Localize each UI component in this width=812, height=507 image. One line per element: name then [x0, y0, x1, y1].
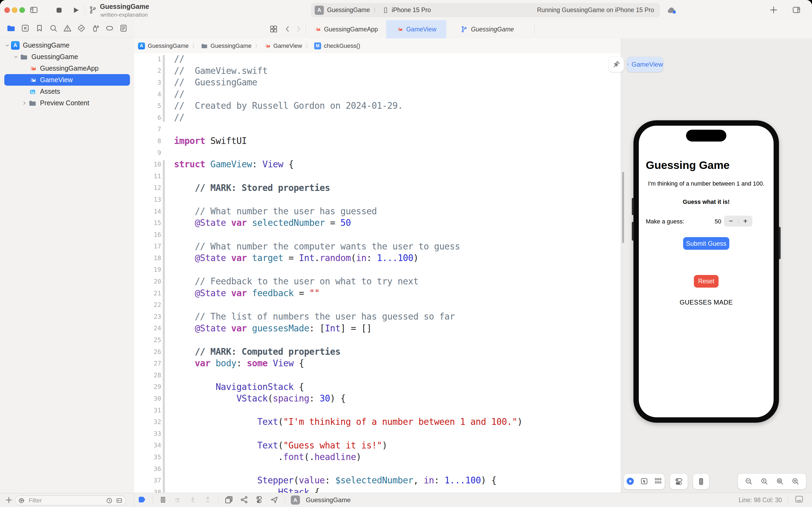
- line-number[interactable]: 38: [134, 489, 161, 493]
- code-line[interactable]: 31: [134, 404, 621, 416]
- scheme-name[interactable]: GuessingGame: [327, 6, 370, 14]
- code-editor[interactable]: 1//2// GameView.swift3// GuessingGame4//…: [134, 53, 621, 493]
- code-line[interactable]: 2// GameView.swift: [134, 65, 621, 77]
- code-line[interactable]: 4//: [134, 88, 621, 100]
- code-line[interactable]: 25: [134, 334, 621, 346]
- line-number[interactable]: 14: [134, 208, 161, 215]
- run-destination[interactable]: iPhone 15 Pro: [392, 6, 431, 14]
- zoom-100-button[interactable]: [760, 477, 768, 486]
- line-number[interactable]: 30: [134, 395, 161, 402]
- tree-item-assets[interactable]: Assets: [0, 86, 134, 97]
- code-line[interactable]: 13: [134, 193, 621, 206]
- code-line[interactable]: 33: [134, 428, 621, 440]
- stepper-decrement-button[interactable]: −: [724, 217, 738, 225]
- line-number[interactable]: 27: [134, 360, 161, 367]
- code-line[interactable]: 36: [134, 463, 621, 475]
- line-number[interactable]: 10: [134, 161, 161, 168]
- live-preview-button[interactable]: [626, 477, 635, 486]
- submit-guess-button[interactable]: Submit Guess: [683, 237, 729, 250]
- tree-item-project-root[interactable]: A GuessingGame: [0, 40, 134, 51]
- step-over-button[interactable]: [173, 496, 182, 505]
- breadcrumb-file[interactable]: GameView: [273, 43, 302, 49]
- code-line[interactable]: 20 // Feedback to the user on what to tr…: [134, 276, 621, 287]
- line-number[interactable]: 32: [134, 418, 161, 426]
- tab-project-navigator[interactable]: [6, 23, 16, 34]
- code-line[interactable]: 37 Stepper(value: $selectedNumber, in: 1…: [134, 474, 621, 486]
- code-line[interactable]: 5// Created by Russell Gordon on 2024-01…: [134, 100, 621, 112]
- tab-issue-navigator[interactable]: [63, 23, 72, 34]
- code-line[interactable]: 16: [134, 229, 621, 241]
- memory-graph-button[interactable]: [239, 495, 249, 505]
- zoom-fit-button[interactable]: [775, 477, 784, 486]
- environment-overrides-button[interactable]: [254, 495, 264, 505]
- code-line[interactable]: 1//: [134, 53, 621, 65]
- step-into-button[interactable]: [188, 496, 197, 505]
- simulate-location-button[interactable]: [270, 495, 279, 505]
- toggle-navigator-button[interactable]: [29, 5, 39, 15]
- app-stepper[interactable]: − +: [724, 216, 752, 227]
- line-number[interactable]: 8: [134, 137, 161, 145]
- scheme-selector[interactable]: A GuessingGame 〉 iPhone 15 Pro Running G…: [311, 3, 660, 17]
- code-line[interactable]: 3// GuessingGame: [134, 76, 621, 88]
- code-line[interactable]: 19: [134, 264, 621, 276]
- code-line[interactable]: 28: [134, 369, 621, 381]
- chevron-down-icon[interactable]: [4, 43, 11, 48]
- close-window-button[interactable]: [4, 7, 10, 13]
- line-number[interactable]: 17: [134, 243, 161, 250]
- code-line[interactable]: 32 Text("I'm thinking of a number betwee…: [134, 416, 621, 428]
- tree-item-guessinggameapp[interactable]: GuessingGameApp: [0, 63, 134, 74]
- code-line[interactable]: 8import SwiftUI: [134, 135, 621, 147]
- line-number[interactable]: 12: [134, 184, 161, 191]
- toggle-debug-area-button[interactable]: [794, 494, 805, 505]
- line-number[interactable]: 33: [134, 430, 161, 437]
- code-line[interactable]: 7: [134, 123, 621, 135]
- line-number[interactable]: 21: [134, 290, 161, 297]
- preview-target-pill[interactable]: GameView: [627, 57, 663, 72]
- line-number[interactable]: 6: [134, 114, 161, 121]
- code-line[interactable]: 9: [134, 147, 621, 159]
- filter-field[interactable]: [15, 496, 126, 505]
- code-line[interactable]: 18 @State var target = Int.random(in: 1.…: [134, 252, 621, 264]
- line-number[interactable]: 4: [134, 91, 161, 98]
- pin-preview-button[interactable]: [609, 57, 624, 72]
- line-number[interactable]: 34: [134, 442, 161, 449]
- tab-debug-navigator[interactable]: [91, 23, 100, 34]
- zoom-window-button[interactable]: [19, 7, 25, 13]
- source-control-filter-icon[interactable]: [115, 497, 123, 504]
- code-line[interactable]: 21 @State var feedback = "": [134, 287, 621, 299]
- line-number[interactable]: 26: [134, 348, 161, 355]
- code-line[interactable]: 24 @State var guessesMade: [Int] = []: [134, 323, 621, 334]
- stepper-increment-button[interactable]: +: [739, 217, 753, 225]
- line-number[interactable]: 28: [134, 372, 161, 379]
- stop-button[interactable]: [55, 6, 63, 15]
- breadcrumb-symbol[interactable]: checkGuess(): [324, 43, 360, 49]
- tab-report-navigator[interactable]: [119, 23, 128, 34]
- line-number[interactable]: 35: [134, 454, 161, 460]
- toggle-inspector-button[interactable]: [791, 5, 802, 15]
- code-line[interactable]: 38 HStack {: [134, 486, 621, 493]
- reset-button[interactable]: Reset: [694, 275, 718, 288]
- breadcrumb-project[interactable]: GuessingGame: [148, 43, 189, 49]
- tree-item-group[interactable]: GuessingGame: [0, 51, 134, 63]
- line-number[interactable]: 16: [134, 231, 161, 238]
- add-file-button[interactable]: [4, 496, 13, 505]
- preview-device-button[interactable]: [693, 474, 709, 489]
- line-number[interactable]: 1: [134, 56, 161, 63]
- line-number[interactable]: 15: [134, 219, 161, 226]
- line-number[interactable]: 19: [134, 266, 161, 273]
- breakpoints-toggle-button[interactable]: [137, 495, 147, 505]
- pause-execution-button[interactable]: [159, 496, 167, 505]
- step-out-button[interactable]: [203, 496, 213, 505]
- line-number[interactable]: 20: [134, 278, 161, 285]
- line-number[interactable]: 3: [134, 79, 161, 86]
- line-number[interactable]: 13: [134, 196, 161, 203]
- line-number[interactable]: 29: [134, 383, 161, 390]
- filter-input[interactable]: [28, 497, 91, 504]
- minimize-window-button[interactable]: [12, 7, 17, 13]
- code-line[interactable]: 17 // What number the computer wants the…: [134, 241, 621, 252]
- chevron-down-icon[interactable]: [12, 54, 19, 60]
- breadcrumb-group[interactable]: GuessingGame: [211, 43, 251, 49]
- code-line[interactable]: 15 @State var selectedNumber = 50: [134, 217, 621, 229]
- tab-gameview-selected[interactable]: GameView: [386, 20, 446, 39]
- new-tab-button[interactable]: [768, 5, 779, 16]
